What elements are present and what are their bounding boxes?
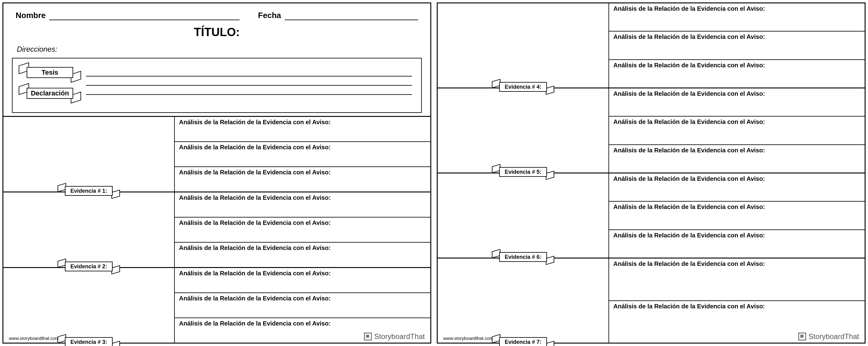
evidence-block: Evidencia # 2:Análisis de la Relación de… — [3, 192, 430, 268]
evidence-left-cell[interactable]: Evidencia # 6: — [438, 174, 609, 258]
analysis-column: Análisis de la Relación de la Evidencia … — [175, 192, 430, 267]
evidence-banner-label: Evidencia # 2: — [65, 261, 113, 271]
date-label: Fecha — [258, 11, 281, 20]
analysis-row[interactable]: Análisis de la Relación de la Evidencia … — [175, 192, 430, 218]
evidence-banner: Evidencia # 4: — [492, 81, 554, 93]
thesis-line-3[interactable] — [86, 94, 412, 95]
analysis-row[interactable]: Análisis de la Relación de la Evidencia … — [609, 117, 865, 145]
thesis-banner-line2: Declaración — [27, 88, 73, 99]
analysis-column: Análisis de la Relación de la Evidencia … — [609, 88, 865, 172]
analysis-column: Análisis de la Relación de la Evidencia … — [175, 268, 430, 343]
name-label: Nombre — [16, 11, 45, 20]
thesis-box[interactable]: Tesis Declaración — [12, 58, 422, 113]
evidence-banner-label: Evidencia # 1: — [65, 186, 113, 196]
analysis-row[interactable]: Análisis de la Relación de la Evidencia … — [175, 142, 430, 167]
evidence-banner-label: Evidencia # 7: — [499, 337, 547, 346]
analysis-row[interactable]: Análisis de la Relación de la Evidencia … — [609, 201, 865, 230]
page-title: TÍTULO: — [3, 26, 430, 39]
analysis-row[interactable]: Análisis de la Relación de la Evidencia … — [175, 243, 430, 267]
analysis-row[interactable]: Análisis de la Relación de la Evidencia … — [175, 318, 430, 343]
analysis-row[interactable]: Análisis de la Relación de la Evidencia … — [609, 258, 865, 301]
evidence-area-p2: Evidencia # 4:Análisis de la Relación de… — [438, 3, 865, 343]
header-row: Nombre Fecha — [3, 3, 430, 20]
evidence-left-cell[interactable]: Evidencia # 5: — [438, 88, 609, 172]
evidence-left-cell[interactable]: Evidencia # 1: — [3, 117, 175, 191]
analysis-column: Análisis de la Relación de la Evidencia … — [609, 174, 865, 258]
evidence-left-cell[interactable]: Evidencia # 2: — [3, 192, 175, 267]
evidence-banner-label: Evidencia # 6: — [499, 252, 547, 262]
thesis-banner-line1: Tesis — [27, 67, 73, 78]
evidence-block: Evidencia # 5:Análisis de la Relación de… — [438, 88, 865, 174]
evidence-left-cell[interactable]: Evidencia # 4: — [438, 3, 609, 88]
directions-label: Direcciones: — [3, 39, 430, 58]
analysis-row[interactable]: Análisis de la Relación de la Evidencia … — [609, 174, 865, 201]
evidence-banner: Evidencia # 7: — [492, 336, 554, 346]
thesis-banner: Tesis Declaración — [19, 65, 81, 107]
evidence-left-cell[interactable]: Evidencia # 7: — [438, 258, 609, 343]
evidence-block: Evidencia # 1:Análisis de la Relación de… — [3, 117, 430, 192]
name-input-line[interactable] — [49, 12, 240, 20]
worksheet-page-2: Evidencia # 4:Análisis de la Relación de… — [437, 2, 866, 344]
evidence-banner: Evidencia # 2: — [58, 260, 119, 273]
evidence-banner-label: Evidencia # 5: — [499, 167, 547, 177]
thesis-line-2[interactable] — [86, 85, 412, 86]
analysis-column: Análisis de la Relación de la Evidencia … — [609, 3, 865, 88]
evidence-banner: Evidencia # 1: — [58, 185, 119, 197]
analysis-row[interactable]: Análisis de la Relación de la Evidencia … — [175, 293, 430, 318]
date-input-line[interactable] — [285, 12, 418, 20]
analysis-column: Análisis de la Relación de la Evidencia … — [175, 117, 430, 191]
analysis-column: Análisis de la Relación de la Evidencia … — [609, 258, 865, 343]
analysis-row[interactable]: Análisis de la Relación de la Evidencia … — [609, 230, 865, 258]
name-field[interactable]: Nombre — [16, 11, 240, 20]
evidence-block: Evidencia # 7:Análisis de la Relación de… — [438, 258, 865, 343]
date-field[interactable]: Fecha — [258, 11, 418, 20]
worksheet-page-1: Nombre Fecha TÍTULO: Direcciones: Tesis … — [2, 2, 431, 344]
analysis-row[interactable]: Análisis de la Relación de la Evidencia … — [175, 218, 430, 243]
evidence-area-p1: Evidencia # 1:Análisis de la Relación de… — [3, 116, 430, 343]
evidence-block: Evidencia # 6:Análisis de la Relación de… — [438, 174, 865, 258]
thesis-line-1[interactable] — [86, 76, 412, 76]
analysis-row[interactable]: Análisis de la Relación de la Evidencia … — [609, 301, 865, 343]
evidence-banner: Evidencia # 6: — [492, 251, 554, 263]
evidence-left-cell[interactable]: Evidencia # 3: — [3, 268, 175, 343]
evidence-banner: Evidencia # 3: — [58, 336, 119, 346]
analysis-row[interactable]: Análisis de la Relación de la Evidencia … — [175, 117, 430, 142]
evidence-banner-label: Evidencia # 3: — [65, 337, 113, 346]
evidence-banner: Evidencia # 5: — [492, 166, 554, 178]
analysis-row[interactable]: Análisis de la Relación de la Evidencia … — [609, 32, 865, 60]
analysis-row[interactable]: Análisis de la Relación de la Evidencia … — [609, 3, 865, 32]
analysis-row[interactable]: Análisis de la Relación de la Evidencia … — [175, 167, 430, 191]
evidence-block: Evidencia # 4:Análisis de la Relación de… — [438, 3, 865, 88]
analysis-row[interactable]: Análisis de la Relación de la Evidencia … — [609, 145, 865, 172]
evidence-block: Evidencia # 3:Análisis de la Relación de… — [3, 268, 430, 343]
evidence-banner-label: Evidencia # 4: — [499, 82, 547, 92]
analysis-row[interactable]: Análisis de la Relación de la Evidencia … — [609, 88, 865, 117]
analysis-row[interactable]: Análisis de la Relación de la Evidencia … — [175, 268, 430, 293]
analysis-row[interactable]: Análisis de la Relación de la Evidencia … — [609, 60, 865, 88]
